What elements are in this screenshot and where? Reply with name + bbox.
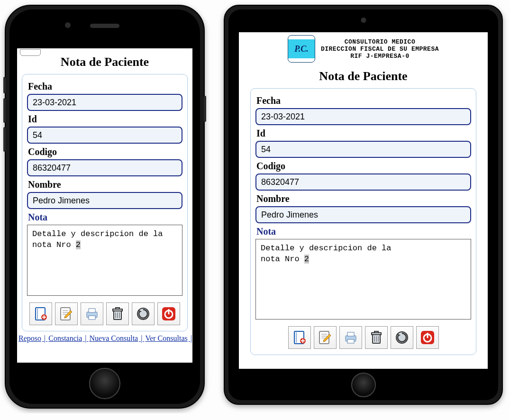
- svg-rect-4: [89, 309, 95, 312]
- trash-icon: [369, 330, 384, 345]
- tablet-device-frame: P.C. CONSULTORIO MEDICO DIRECCION FISCAL…: [224, 5, 503, 405]
- svg-rect-8: [116, 308, 119, 309]
- new-note-icon: [33, 306, 48, 321]
- bottom-links: Reposo | Constancia | Nueva Consulta | V…: [17, 334, 192, 343]
- edit-note-icon: [59, 306, 74, 321]
- phone-screen: Nota de Paciente Fecha Id Codigo Nombre …: [17, 48, 192, 363]
- link-constancia[interactable]: Constancia: [48, 334, 82, 342]
- input-codigo[interactable]: [27, 159, 182, 176]
- tablet-home-button[interactable]: [351, 373, 376, 397]
- edit-note-button[interactable]: [314, 326, 337, 349]
- svg-rect-16: [347, 332, 354, 336]
- input-fecha[interactable]: [27, 94, 182, 111]
- new-note-button[interactable]: [29, 302, 52, 325]
- status-handle: [20, 49, 41, 56]
- org-header: P.C. CONSULTORIO MEDICO DIRECCION FISCAL…: [239, 32, 488, 63]
- print-icon: [343, 330, 358, 345]
- action-toolbar: [255, 326, 471, 349]
- textarea-nota[interactable]: Detalle y descripcion de la nota Nro 2: [255, 239, 471, 320]
- textarea-nota[interactable]: Detalle y descripcion de la nota Nro 2: [27, 225, 182, 296]
- print-icon: [84, 306, 100, 321]
- print-button[interactable]: [81, 302, 103, 325]
- page-title: Nota de Paciente: [17, 55, 192, 69]
- form-panel: Fecha Id Codigo Nombre Nota Detalle y de…: [22, 74, 188, 331]
- input-codigo[interactable]: [255, 173, 471, 191]
- input-nombre[interactable]: [27, 192, 182, 209]
- label-nombre: Nombre: [256, 193, 470, 204]
- input-fecha[interactable]: [255, 108, 471, 125]
- label-codigo: Codigo: [256, 161, 470, 172]
- label-id: Id: [256, 128, 470, 139]
- svg-rect-5: [89, 316, 95, 320]
- org-logo: P.C.: [288, 35, 315, 63]
- action-toolbar: [27, 302, 182, 325]
- power-icon: [420, 330, 435, 345]
- power-button[interactable]: [416, 326, 439, 349]
- link-nueva-consulta[interactable]: Nueva Consulta: [90, 334, 138, 342]
- org-address: DIRECCION FISCAL DE SU EMPRESA: [321, 46, 439, 53]
- page-title: Nota de Paciente: [239, 69, 488, 83]
- new-note-button[interactable]: [288, 326, 311, 349]
- org-rif: RIF J-EMPRESA-0: [321, 53, 439, 60]
- phone-device-frame: Nota de Paciente Fecha Id Codigo Nombre …: [5, 5, 205, 409]
- print-button[interactable]: [339, 326, 362, 349]
- org-name: CONSULTORIO MEDICO: [321, 38, 439, 46]
- svg-rect-17: [347, 339, 354, 343]
- refresh-icon: [136, 306, 151, 321]
- input-id[interactable]: [27, 127, 182, 144]
- input-id[interactable]: [255, 141, 471, 158]
- label-nombre: Nombre: [28, 179, 182, 190]
- link-reposo[interactable]: Reposo: [18, 334, 41, 342]
- label-fecha: Fecha: [256, 95, 470, 106]
- refresh-icon: [394, 330, 410, 345]
- form-panel: Fecha Id Codigo Nombre Nota Detalle y de…: [250, 88, 476, 355]
- label-codigo: Codigo: [28, 146, 182, 157]
- edit-note-icon: [318, 330, 333, 345]
- refresh-button[interactable]: [132, 302, 155, 325]
- delete-button[interactable]: [365, 326, 388, 349]
- new-note-icon: [292, 330, 307, 345]
- power-button[interactable]: [157, 302, 180, 325]
- label-fecha: Fecha: [28, 81, 182, 92]
- power-icon: [161, 306, 176, 321]
- edit-note-button[interactable]: [55, 302, 78, 325]
- delete-button[interactable]: [106, 302, 129, 325]
- label-id: Id: [28, 114, 182, 125]
- phone-home-button[interactable]: [89, 368, 120, 399]
- svg-rect-20: [374, 331, 378, 333]
- tablet-screen: P.C. CONSULTORIO MEDICO DIRECCION FISCAL…: [239, 32, 488, 369]
- refresh-button[interactable]: [391, 326, 413, 349]
- link-ver-consultas[interactable]: Ver Consultas: [145, 334, 187, 342]
- trash-icon: [110, 306, 125, 321]
- input-nombre[interactable]: [255, 206, 471, 223]
- label-nota: Nota: [28, 212, 182, 223]
- label-nota: Nota: [256, 226, 470, 237]
